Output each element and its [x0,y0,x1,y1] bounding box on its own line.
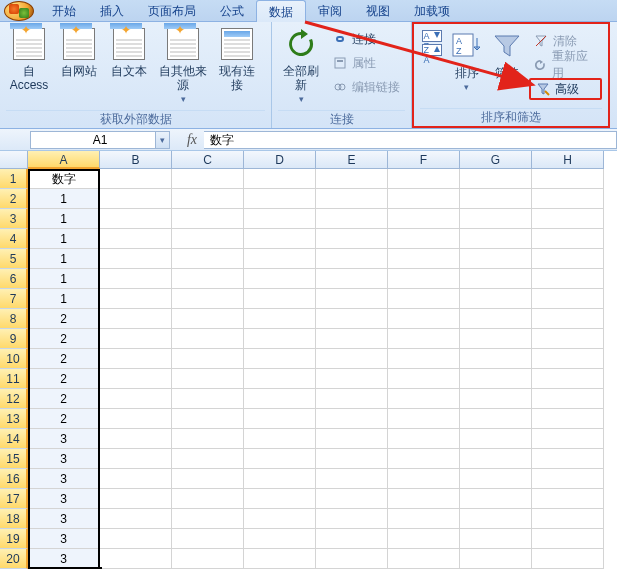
tab-layout[interactable]: 页面布局 [136,0,208,22]
cell-B7[interactable] [100,289,172,309]
cell-E12[interactable] [316,389,388,409]
colhead-A[interactable]: A [28,151,100,169]
cell-A2[interactable]: 1 [28,189,100,209]
cell-H9[interactable] [532,329,604,349]
from-other-button[interactable]: 自其他来源 [156,26,210,106]
cell-H20[interactable] [532,549,604,569]
cell-D9[interactable] [244,329,316,349]
cell-B8[interactable] [100,309,172,329]
cell-G11[interactable] [460,369,532,389]
cell-F5[interactable] [388,249,460,269]
cell-E4[interactable] [316,229,388,249]
cell-G7[interactable] [460,289,532,309]
cell-H2[interactable] [532,189,604,209]
cell-G9[interactable] [460,329,532,349]
cell-C7[interactable] [172,289,244,309]
rowhead-3[interactable]: 3 [0,209,28,229]
cell-B17[interactable] [100,489,172,509]
rowhead-5[interactable]: 5 [0,249,28,269]
tab-view[interactable]: 视图 [354,0,402,22]
existing-conn-button[interactable]: 现有连接 [214,26,260,106]
tab-formulas[interactable]: 公式 [208,0,256,22]
cell-E6[interactable] [316,269,388,289]
cell-G6[interactable] [460,269,532,289]
cell-F11[interactable] [388,369,460,389]
cell-A6[interactable]: 1 [28,269,100,289]
colhead-G[interactable]: G [460,151,532,169]
cell-A15[interactable]: 3 [28,449,100,469]
cell-G1[interactable] [460,169,532,189]
cell-F3[interactable] [388,209,460,229]
sort-asc-desc[interactable]: AZ ZA [420,28,443,58]
cell-H19[interactable] [532,529,604,549]
cell-G5[interactable] [460,249,532,269]
rowhead-6[interactable]: 6 [0,269,28,289]
rowhead-8[interactable]: 8 [0,309,28,329]
cell-B14[interactable] [100,429,172,449]
cell-C17[interactable] [172,489,244,509]
cell-B20[interactable] [100,549,172,569]
cell-C13[interactable] [172,409,244,429]
cell-C20[interactable] [172,549,244,569]
colhead-H[interactable]: H [532,151,604,169]
cell-A18[interactable]: 3 [28,509,100,529]
rowhead-19[interactable]: 19 [0,529,28,549]
cell-G3[interactable] [460,209,532,229]
cell-A3[interactable]: 1 [28,209,100,229]
cell-D13[interactable] [244,409,316,429]
cell-F6[interactable] [388,269,460,289]
cell-F2[interactable] [388,189,460,209]
name-box[interactable]: A1 [30,131,170,149]
cell-H11[interactable] [532,369,604,389]
sort-button[interactable]: AZ 排序 [447,28,486,108]
cell-C5[interactable] [172,249,244,269]
cell-A17[interactable]: 3 [28,489,100,509]
cell-grid[interactable]: 数字1111112222223333333 [28,169,617,569]
cell-C4[interactable] [172,229,244,249]
cell-F19[interactable] [388,529,460,549]
rowhead-4[interactable]: 4 [0,229,28,249]
cell-A10[interactable]: 2 [28,349,100,369]
cell-G13[interactable] [460,409,532,429]
cell-D4[interactable] [244,229,316,249]
cell-G19[interactable] [460,529,532,549]
cell-F16[interactable] [388,469,460,489]
cell-A1[interactable]: 数字 [28,169,100,189]
cell-G12[interactable] [460,389,532,409]
cell-H13[interactable] [532,409,604,429]
cell-D10[interactable] [244,349,316,369]
namebox-dropdown-icon[interactable] [155,132,169,148]
cell-B11[interactable] [100,369,172,389]
cell-H6[interactable] [532,269,604,289]
fx-icon[interactable]: fx [180,132,204,148]
cell-E1[interactable] [316,169,388,189]
rowhead-10[interactable]: 10 [0,349,28,369]
cell-D19[interactable] [244,529,316,549]
cell-B18[interactable] [100,509,172,529]
cell-A4[interactable]: 1 [28,229,100,249]
cell-H10[interactable] [532,349,604,369]
cell-G16[interactable] [460,469,532,489]
cell-D8[interactable] [244,309,316,329]
colhead-B[interactable]: B [100,151,172,169]
cell-A7[interactable]: 1 [28,289,100,309]
colhead-C[interactable]: C [172,151,244,169]
cell-E5[interactable] [316,249,388,269]
cell-E15[interactable] [316,449,388,469]
cell-H8[interactable] [532,309,604,329]
cell-E2[interactable] [316,189,388,209]
rowhead-2[interactable]: 2 [0,189,28,209]
cell-D15[interactable] [244,449,316,469]
cell-G14[interactable] [460,429,532,449]
cell-B10[interactable] [100,349,172,369]
rowhead-12[interactable]: 12 [0,389,28,409]
cell-E9[interactable] [316,329,388,349]
cell-F17[interactable] [388,489,460,509]
cell-F8[interactable] [388,309,460,329]
cell-E10[interactable] [316,349,388,369]
cell-C8[interactable] [172,309,244,329]
cell-F13[interactable] [388,409,460,429]
cell-F10[interactable] [388,349,460,369]
tab-addins[interactable]: 加载项 [402,0,462,22]
rowhead-11[interactable]: 11 [0,369,28,389]
